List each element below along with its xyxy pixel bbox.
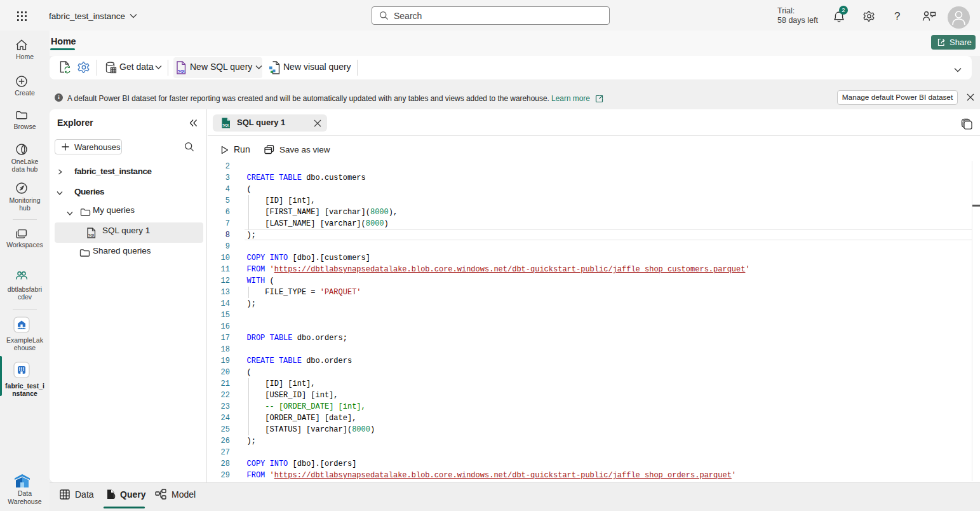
svg-text:SQL: SQL	[88, 233, 95, 237]
svg-text:SQL: SQL	[222, 123, 230, 127]
svg-text:SQL: SQL	[178, 69, 186, 73]
